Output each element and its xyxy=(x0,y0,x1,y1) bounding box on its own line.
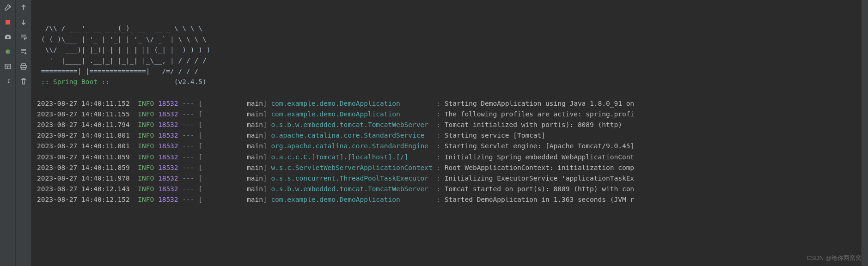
layout-icon[interactable] xyxy=(2,61,13,72)
log-message: Starting Servlet engine: [Apache Tomcat/… xyxy=(445,142,634,150)
log-timestamp: 2023-08-27 14:40:12.152 xyxy=(37,196,130,203)
log-separator: --- [ xyxy=(182,196,202,203)
console-output[interactable]: /\\ / ___'_ __ _ _(_)_ __ __ _ \ \ \ \ (… xyxy=(31,0,868,266)
print-icon[interactable] xyxy=(18,61,29,72)
log-separator: --- [ xyxy=(182,164,202,171)
log-line: 2023-08-27 14:40:11.801 INFO 18532 --- [… xyxy=(37,141,868,151)
log-logger: com.example.demo.DemoApplication xyxy=(271,110,432,118)
run-actions-gutter xyxy=(0,0,16,266)
log-pid: 18532 xyxy=(158,110,178,118)
log-pid: 18532 xyxy=(158,164,178,171)
log-logger: o.apache.catalina.core.StandardService xyxy=(271,132,432,139)
log-logger: w.s.c.ServletWebServerApplicationContext xyxy=(271,164,432,171)
svg-rect-3 xyxy=(5,64,11,69)
log-level: INFO xyxy=(138,100,154,107)
log-pid: 18532 xyxy=(158,196,178,203)
spring-boot-version xyxy=(110,78,174,85)
log-pid: 18532 xyxy=(158,121,178,128)
log-pid: 18532 xyxy=(158,153,178,161)
svg-rect-0 xyxy=(6,20,10,24)
spring-boot-tag: :: Spring Boot :: xyxy=(37,78,110,85)
log-level: INFO xyxy=(138,196,154,203)
console-actions-gutter xyxy=(16,0,31,266)
log-separator: --- [ xyxy=(182,142,202,150)
log-logger: o.s.b.w.embedded.tomcat.TomcatWebServer xyxy=(271,185,432,193)
log-pid: 18532 xyxy=(158,142,178,150)
spring-banner-line: /\\ / ___'_ __ _ _(_)_ __ __ _ \ \ \ \ xyxy=(37,24,202,32)
log-timestamp: 2023-08-27 14:40:11.152 xyxy=(37,100,130,107)
log-message: The following profiles are active: sprin… xyxy=(445,110,634,118)
log-pid: 18532 xyxy=(158,185,178,193)
log-separator: --- [ xyxy=(182,132,202,139)
wrench-icon[interactable] xyxy=(2,2,13,13)
log-line: 2023-08-27 14:40:12.152 INFO 18532 --- [… xyxy=(37,194,868,205)
log-pid: 18532 xyxy=(158,132,178,139)
log-separator: --- [ xyxy=(182,175,202,182)
pin-icon[interactable] xyxy=(2,76,13,87)
csdn-watermark: CSDN @给你两窝窝 xyxy=(807,254,862,263)
log-separator: --- [ xyxy=(182,100,202,107)
log-thread: main xyxy=(202,185,263,193)
log-line: 2023-08-27 14:40:11.859 INFO 18532 --- [… xyxy=(37,163,868,173)
run-tool-window: /\\ / ___'_ __ _ _(_)_ __ __ _ \ \ \ \ (… xyxy=(0,0,868,266)
soft-wrap-icon[interactable] xyxy=(18,31,29,42)
log-timestamp: 2023-08-27 14:40:11.801 xyxy=(37,142,130,150)
log-thread: main xyxy=(202,196,263,203)
log-separator: --- [ xyxy=(182,121,202,128)
log-line: 2023-08-27 14:40:11.794 INFO 18532 --- [… xyxy=(37,120,868,130)
log-logger: o.s.s.concurrent.ThreadPoolTaskExecutor xyxy=(271,175,432,182)
log-thread: main xyxy=(202,153,263,161)
log-timestamp: 2023-08-27 14:40:11.155 xyxy=(37,110,130,118)
arrow-down-icon[interactable] xyxy=(18,17,29,28)
bug-rerun-icon[interactable] xyxy=(2,46,13,57)
log-level: INFO xyxy=(138,132,154,139)
camera-icon[interactable] xyxy=(2,31,13,42)
log-level: INFO xyxy=(138,110,154,118)
log-timestamp: 2023-08-27 14:40:11.794 xyxy=(37,121,130,128)
trash-icon[interactable] xyxy=(18,76,29,87)
log-level: INFO xyxy=(138,164,154,171)
log-line: 2023-08-27 14:40:11.859 INFO 18532 --- [… xyxy=(37,152,868,163)
spring-banner-line: \\/ ___)| |_)| | | | | || (_| | ) ) ) ) xyxy=(37,46,210,54)
spring-banner-line: ' |____| .__|_| |_|_| |_\__, | / / / / xyxy=(37,57,207,64)
spring-banner-line: ( ( )\___ | '_ | '_| | '_ \/ _` | \ \ \ … xyxy=(37,36,207,43)
log-logger: o.s.b.w.embedded.tomcat.TomcatWebServer xyxy=(271,121,432,128)
log-level: INFO xyxy=(138,185,154,193)
log-level: INFO xyxy=(138,121,154,128)
arrow-up-icon[interactable] xyxy=(18,2,29,13)
log-lines-container: 2023-08-27 14:40:11.152 INFO 18532 --- [… xyxy=(37,98,868,206)
log-thread: main xyxy=(202,132,263,139)
log-level: INFO xyxy=(138,175,154,182)
stop-icon[interactable] xyxy=(2,17,13,28)
log-message: Tomcat initialized with port(s): 8089 (h… xyxy=(445,121,622,128)
log-message: Starting service [Tomcat] xyxy=(445,132,545,139)
log-logger: org.apache.catalina.core.StandardEngine xyxy=(271,142,432,150)
log-level: INFO xyxy=(138,142,154,150)
log-line: 2023-08-27 14:40:11.152 INFO 18532 --- [… xyxy=(37,98,868,109)
log-separator: --- [ xyxy=(182,185,202,193)
log-thread: main xyxy=(202,121,263,128)
log-line: 2023-08-27 14:40:11.978 INFO 18532 --- [… xyxy=(37,173,868,184)
log-message: Root WebApplicationContext: initializati… xyxy=(445,164,634,171)
log-thread: main xyxy=(202,164,263,171)
log-separator: --- [ xyxy=(182,110,202,118)
log-pid: 18532 xyxy=(158,175,178,182)
log-message: Starting DemoApplication using Java 1.8.… xyxy=(445,100,634,107)
log-line: 2023-08-27 14:40:12.143 INFO 18532 --- [… xyxy=(37,184,868,194)
log-logger: o.a.c.c.C.[Tomcat].[localhost].[/] xyxy=(271,153,432,161)
log-thread: main xyxy=(202,100,263,107)
log-timestamp: 2023-08-27 14:40:11.859 xyxy=(37,153,130,161)
log-logger: com.example.demo.DemoApplication xyxy=(271,100,432,107)
scroll-to-end-icon[interactable] xyxy=(18,46,29,57)
log-thread: main xyxy=(202,110,263,118)
log-line: 2023-08-27 14:40:11.155 INFO 18532 --- [… xyxy=(37,109,868,120)
scrollbar-track[interactable] xyxy=(862,0,868,266)
log-separator: --- [ xyxy=(182,153,202,161)
log-logger: com.example.demo.DemoApplication xyxy=(271,196,432,203)
svg-rect-8 xyxy=(22,67,25,69)
log-thread: main xyxy=(202,175,263,182)
spring-boot-version-value: (v2.4.5) xyxy=(174,78,207,85)
log-message: Initializing ExecutorService 'applicatio… xyxy=(445,175,634,182)
log-message: Initializing Spring embedded WebApplicat… xyxy=(445,153,634,161)
svg-point-1 xyxy=(6,36,9,39)
